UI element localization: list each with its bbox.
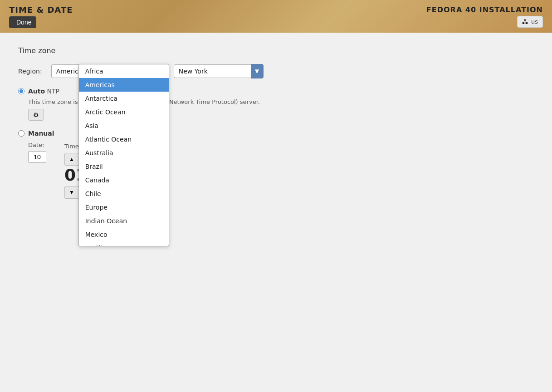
region-list-item[interactable]: Brazil	[79, 160, 169, 173]
city-selected-display[interactable]: New York	[174, 64, 251, 78]
hours-up-button[interactable]: ▲	[64, 153, 79, 166]
header: TIME & DATE Done FEDORA 40 INSTALLATION …	[0, 0, 552, 33]
region-list-item[interactable]: Asia	[79, 119, 169, 132]
region-dropdown-container: Americas ▼ AfricaAmericasAntarcticaArcti…	[51, 64, 133, 78]
page-title: TIME & DATE	[9, 5, 73, 15]
done-button[interactable]: Done	[9, 16, 36, 28]
date-label: Date:	[28, 142, 46, 148]
timezone-section-title: Time zone	[18, 46, 534, 55]
region-label: Region:	[18, 68, 42, 75]
region-list-item[interactable]: Europe	[79, 201, 169, 214]
city-dropdown-container: New York ▼	[174, 64, 264, 78]
region-list-item[interactable]: Antarctica	[79, 92, 169, 105]
region-list-item[interactable]: Atlantic Ocean	[79, 132, 169, 146]
region-list-item[interactable]: Africa	[79, 64, 169, 78]
region-city-row: Region: Americas ▼ AfricaAmericasAntarct…	[18, 64, 534, 78]
region-list-item[interactable]: Canada	[79, 173, 169, 187]
city-dropdown-arrow[interactable]: ▼	[251, 64, 264, 78]
region-list-item[interactable]: Chile	[79, 187, 169, 201]
region-list-item[interactable]: Indian Ocean	[79, 214, 169, 228]
auto-radio[interactable]	[18, 88, 24, 94]
network-icon: 🖧	[522, 18, 528, 25]
date-input-row	[28, 151, 46, 163]
region-list-item[interactable]: Australia	[79, 146, 169, 160]
manual-radio[interactable]	[18, 130, 24, 137]
fedora-title: FEDORA 40 INSTALLATION	[426, 5, 543, 14]
header-right: FEDORA 40 INSTALLATION 🖧 us	[426, 5, 543, 28]
ntp-settings-button[interactable]: ⚙	[28, 109, 44, 121]
region-list-item[interactable]: Americas	[79, 78, 169, 92]
main-content: Time zone Region: Americas ▼ AfricaAmeri…	[0, 33, 552, 212]
region-list-item[interactable]: Pacific	[79, 241, 169, 246]
date-input[interactable]	[28, 151, 46, 163]
hours-down-button[interactable]: ▼	[64, 186, 79, 199]
date-group: Date:	[28, 142, 46, 199]
region-dropdown-list: AfricaAmericasAntarcticaArctic OceanAsia…	[79, 64, 169, 246]
manual-radio-label: Manual	[28, 130, 54, 137]
time-label: Time	[64, 143, 79, 150]
gear-icon: ⚙	[33, 111, 39, 118]
region-list-item[interactable]: Mexico	[79, 228, 169, 241]
header-left: TIME & DATE Done	[9, 5, 73, 28]
network-badge: 🖧 us	[517, 16, 543, 28]
auto-radio-label: Auto NTP	[28, 88, 59, 95]
region-dropdown-list-container: AfricaAmericasAntarcticaArctic OceanAsia…	[78, 64, 169, 246]
network-label: us	[531, 18, 538, 25]
region-list-item[interactable]: Arctic Ocean	[79, 105, 169, 119]
